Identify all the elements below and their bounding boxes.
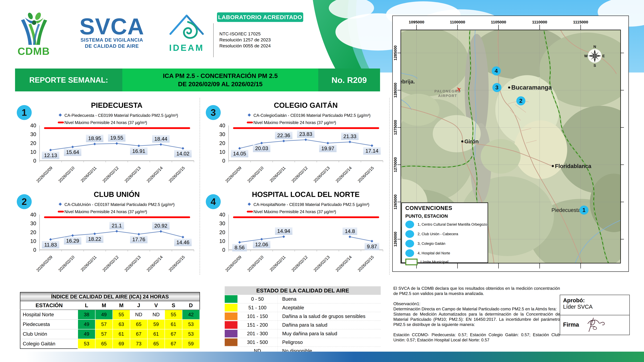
chart-hospital-norte: 4HOSPITAL LOCAL DEL NORTECA-HospitalNort…	[204, 186, 388, 274]
data-label: 16.29	[66, 238, 79, 244]
y-tick-label: 30	[30, 220, 36, 226]
legend-station-item: 1, Centro Cultural Daniel Mantilla Orbeg…	[405, 221, 488, 228]
ica-value-cell: 61	[112, 329, 130, 339]
map-y-coordinate: 1265000	[393, 195, 398, 210]
map-legend-subtitle: PUNTO, ESTACION	[405, 213, 488, 219]
series-legend-marker-icon	[248, 113, 251, 116]
estado-description: Peligroso	[278, 338, 381, 347]
estado-description: Muy dañina para la salud	[278, 330, 381, 338]
chart-svg: 4HOSPITAL LOCAL DEL NORTECA-HospitalNort…	[204, 186, 388, 274]
legend-station-label: 2, Club Unión - Cabecera	[418, 232, 458, 236]
svca-subtitle-2: DE CALIDAD DE AIRE	[72, 43, 151, 49]
data-point-marker	[116, 230, 118, 233]
ica-value-cell: ND	[147, 310, 165, 320]
ica-value-cell: 61	[165, 320, 182, 329]
ica-value-cell: 57	[95, 320, 113, 329]
ica-value-cell: 53	[182, 320, 200, 329]
x-tick-label: 2026/02/13	[124, 255, 142, 273]
data-point-marker	[93, 143, 96, 145]
data-label: 16.91	[132, 148, 145, 154]
map-x-coordinate: 1100000	[450, 20, 465, 24]
map-y-coordinate: 1285000	[393, 45, 398, 60]
map-x-coordinate: 1095000	[409, 20, 424, 24]
station-number: 1	[22, 107, 27, 118]
accreditation-text: NTC-ISO/IEC 17025 Resolución 1257 de 202…	[219, 31, 271, 49]
map-x-coordinate: 1115000	[573, 20, 588, 24]
data-point-marker	[138, 144, 140, 147]
legend-station-label: 1, Centro Cultural Daniel Mantilla Orbeg…	[418, 222, 487, 227]
x-tick-label: 2026/02/09	[36, 255, 53, 273]
x-tick-label: 2026/02/10	[246, 165, 264, 183]
ica-table-row: Club Unión49576167616753	[20, 329, 200, 339]
data-point-marker	[93, 232, 96, 235]
estado-description: Dañina para la salud	[278, 321, 381, 329]
y-tick-label: 30	[219, 220, 225, 226]
data-point-marker	[160, 143, 162, 146]
estado-row: 0 - 50 Buena	[225, 295, 381, 304]
air-quality-state-legend: ESTADO DE LA CALIDAD DEL AIRE 0 - 50 Bue…	[225, 286, 381, 355]
ica-table-row: Hospital Norte384955NDND5542	[20, 310, 200, 320]
y-tick-label: 0	[33, 247, 36, 253]
data-point-marker	[348, 141, 351, 143]
data-label: 19.55	[110, 135, 123, 141]
estado-color-swatch-icon	[225, 304, 238, 312]
ideam-logo: IDEAM	[168, 14, 205, 53]
chart-column-separator	[389, 98, 390, 275]
y-tick-label: 0	[222, 158, 225, 164]
ica-value-cell: 38	[78, 310, 95, 320]
legend-station-item: 2, Club Unión - Cabecera	[405, 230, 488, 238]
municipal-limit-label: Límite Municipal	[420, 260, 448, 264]
ica-column-header: M	[112, 301, 130, 310]
chart-column-separator	[200, 98, 200, 275]
estado-range: 201 - 300	[238, 331, 278, 337]
map-city-label: Piedecuesta	[552, 207, 581, 213]
limit-legend-marker-icon	[247, 211, 253, 212]
data-label: 15.64	[66, 149, 79, 155]
ica-table-wrap: ÍNDICE DE CALIDAD DEL AIRE (ICA) 24 HORA…	[20, 292, 200, 349]
limit-legend-marker-icon	[247, 122, 253, 123]
x-tick-label: 2026/02/15	[357, 165, 375, 183]
series-legend-label: CA-ColegioGaitán - CE0196 Material Parti…	[254, 113, 370, 118]
y-tick-label: 40	[30, 212, 36, 218]
data-label: 23.83	[299, 131, 312, 137]
series-legend-label: CA-HospitalNorte - CE0198 Material Parti…	[254, 202, 370, 207]
estado-range: 101 - 150	[238, 314, 278, 319]
airport-label: AIRPORT	[438, 94, 457, 98]
signature-label: Firma	[563, 321, 579, 328]
data-label: 18.22	[88, 236, 101, 242]
map-station-marker: 2	[519, 98, 522, 104]
data-label: 21.33	[344, 133, 356, 139]
report-number: No. R209	[318, 68, 380, 91]
limit-legend-label: Nivel Máximo Permisible 24 horas (37 µg/…	[64, 120, 147, 125]
municipal-limit-swatch-icon	[405, 259, 418, 265]
x-tick-label: 2026/02/11	[80, 165, 98, 183]
notes-block: El SVCA de la CDMB declara que los resul…	[393, 286, 560, 343]
ica-station-name: Club Unión	[20, 329, 78, 339]
limit-legend-marker-icon	[58, 122, 64, 123]
data-label: 17.14	[366, 148, 378, 154]
svg-text:N: N	[594, 44, 596, 49]
data-point-marker	[370, 240, 373, 243]
y-tick-label: 30	[30, 131, 36, 137]
ica-value-cell: 42	[182, 310, 200, 320]
data-label: 18.44	[154, 136, 168, 142]
data-point-marker	[182, 147, 184, 150]
estado-range: 51 - 100	[238, 305, 278, 311]
data-label: 14.94	[277, 228, 290, 234]
x-tick-label: 2026/02/14	[146, 165, 164, 183]
data-point-marker	[260, 142, 263, 144]
x-tick-label: 2026/02/14	[335, 165, 352, 183]
ica-value-cell: 49	[78, 329, 95, 339]
map-legend-title: CONVENCIONES	[405, 205, 488, 211]
ica-table-title: ÍNDICE DE CALIDAD DEL AIRE (ICA) 24 HORA…	[20, 292, 200, 301]
data-label: 9.87	[367, 244, 377, 249]
chart-svg: 3COLEGIO GAITÁNCA-ColegioGaitán - CE0196…	[204, 97, 388, 185]
cdmb-logo: CDMB	[16, 12, 52, 56]
map-city-label: Floridablanca	[555, 163, 592, 169]
legend-station-label: 3, Colegio Gaitán	[418, 242, 446, 246]
station-number: 3	[211, 107, 216, 118]
estado-title: ESTADO DE LA CALIDAD DEL AIRE	[225, 286, 381, 295]
ica-value-cell: 55	[112, 310, 130, 320]
ica-value-cell: 61	[147, 329, 165, 339]
accreditation-line: Resolución 0055 de 2024	[219, 43, 271, 49]
